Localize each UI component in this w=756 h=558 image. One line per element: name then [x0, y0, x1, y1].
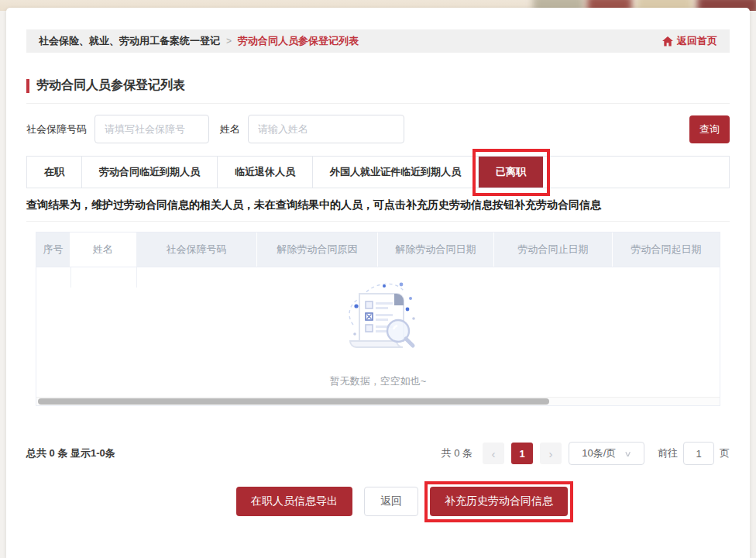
result-notice-text: 查询结果为，维护过劳动合同信息的相关人员，未在查询结果中的人员，可点击补充历史劳… [26, 198, 730, 212]
ssn-input[interactable] [94, 115, 209, 143]
column-header-contract-end-date: 劳动合同止日期 [494, 232, 613, 267]
actions-row: 在职人员信息导出 返回 补充历史劳动合同信息 [26, 487, 730, 516]
tab-contract-near-expiry[interactable]: 劳动合同临近到期人员 [82, 157, 218, 188]
column-header-index: 序号 [36, 232, 70, 267]
name-input[interactable] [248, 115, 404, 143]
table-body-empty: 暂无数据，空空如也~ [36, 267, 720, 397]
chevron-right-icon: › [549, 447, 553, 460]
summary-pagination-row: 总共 0 条 显示1-0条 共 0 条 ‹ 1 › 10条/页 ∨ 前往 页 [26, 442, 730, 465]
divider [26, 221, 730, 222]
page-size-value: 10条/页 [582, 446, 616, 460]
tab-resigned[interactable]: 已离职 [479, 157, 543, 188]
results-table: 序号 姓名 社会保障号码 解除劳动合同原因 解除劳动合同日期 劳动合同止日期 劳… [36, 232, 720, 406]
main-content-card: 社会保险、就业、劳动用工备案统一登记 > 劳动合同人员参保登记列表 返回首页 劳… [6, 8, 750, 558]
chevron-left-icon: ‹ [492, 447, 496, 460]
page-title-row: 劳动合同人员参保登记列表 [26, 78, 730, 94]
tab-near-retirement[interactable]: 临近退休人员 [218, 157, 313, 188]
no-data-illustration-icon [327, 275, 429, 362]
pagination-total-text: 共 0 条 [442, 446, 472, 460]
table-header-row: 序号 姓名 社会保障号码 解除劳动合同原因 解除劳动合同日期 劳动合同止日期 劳… [36, 232, 720, 267]
home-icon [662, 36, 673, 46]
tab-bar: 在职 劳动合同临近到期人员 临近退休人员 外国人就业证件临近到期人员 已离职 [26, 156, 730, 188]
page-number-button[interactable]: 1 [511, 443, 533, 464]
column-divider [136, 267, 137, 288]
column-header-termination-reason: 解除劳动合同原因 [257, 232, 378, 267]
supplement-button-wrap: 补充历史劳动合同信息 [430, 487, 568, 516]
search-form: 社会保障号码 姓名 查询 [26, 115, 730, 143]
column-header-termination-date: 解除劳动合同日期 [378, 232, 494, 267]
page-unit-label: 页 [720, 446, 730, 460]
export-active-employees-button[interactable]: 在职人员信息导出 [236, 487, 352, 516]
back-button[interactable]: 返回 [364, 487, 418, 516]
pagination: 共 0 条 ‹ 1 › 10条/页 ∨ 前往 页 [442, 442, 730, 465]
goto-page-group: 前往 页 [658, 442, 730, 465]
horizontal-scrollbar-track [36, 397, 720, 405]
title-accent-bar [26, 79, 29, 93]
goto-label: 前往 [658, 446, 678, 460]
ssn-label: 社会保障号码 [26, 122, 87, 136]
column-divider [70, 267, 71, 288]
tab-active-employees[interactable]: 在职 [27, 157, 82, 188]
empty-data-text: 暂无数据，空空如也~ [330, 374, 427, 388]
tab-foreigner-permit-near-expiry[interactable]: 外国人就业证件临近到期人员 [313, 157, 479, 188]
breadcrumb-separator: > [226, 36, 232, 46]
breadcrumb-root[interactable]: 社会保险、就业、劳动用工备案统一登记 [39, 34, 220, 48]
column-header-contract-start-date: 劳动合同起日期 [613, 232, 720, 267]
column-header-ssn: 社会保障号码 [136, 232, 257, 267]
breadcrumb: 社会保险、就业、劳动用工备案统一登记 > 劳动合同人员参保登记列表 返回首页 [26, 29, 730, 53]
name-label: 姓名 [220, 122, 240, 136]
return-home-label: 返回首页 [677, 34, 717, 48]
divider [26, 103, 730, 104]
next-page-button[interactable]: › [540, 443, 562, 464]
page-size-select[interactable]: 10条/页 ∨ [569, 442, 644, 465]
empty-state: 暂无数据，空空如也~ [36, 267, 720, 388]
previous-page-button[interactable]: ‹ [483, 443, 504, 464]
records-summary-text: 总共 0 条 显示1-0条 [26, 446, 115, 460]
query-button[interactable]: 查询 [689, 115, 730, 143]
return-home-link[interactable]: 返回首页 [662, 34, 717, 48]
tab-resigned-label: 已离职 [496, 165, 526, 179]
page-title: 劳动合同人员参保登记列表 [36, 78, 185, 94]
supplement-history-contract-button[interactable]: 补充历史劳动合同信息 [430, 487, 568, 516]
breadcrumb-current: 劳动合同人员参保登记列表 [238, 34, 359, 48]
goto-page-input[interactable] [683, 442, 714, 465]
column-header-name: 姓名 [70, 232, 136, 267]
horizontal-scrollbar-thumb[interactable] [38, 398, 549, 405]
chevron-down-icon: ∨ [624, 450, 632, 458]
